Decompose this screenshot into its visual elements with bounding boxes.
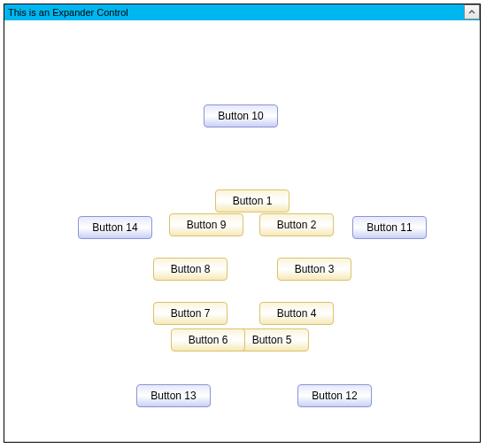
outer-button[interactable]: Button 12 <box>297 384 372 407</box>
inner-button[interactable]: Button 5 <box>235 328 309 351</box>
collapse-icon <box>467 8 476 17</box>
outer-button[interactable]: Button 13 <box>136 384 211 407</box>
outer-button[interactable]: Button 11 <box>352 216 427 239</box>
expander-title: This is an Expander Control <box>8 7 128 18</box>
inner-button[interactable]: Button 4 <box>259 302 334 325</box>
expander-header[interactable]: This is an Expander Control <box>4 4 480 20</box>
inner-button[interactable]: Button 2 <box>259 213 334 236</box>
inner-button[interactable]: Button 1 <box>215 189 289 212</box>
inner-button[interactable]: Button 3 <box>277 258 351 281</box>
outer-button[interactable]: Button 14 <box>78 216 152 239</box>
outer-button[interactable]: Button 10 <box>204 104 278 127</box>
inner-button[interactable]: Button 7 <box>153 302 228 325</box>
inner-button[interactable]: Button 8 <box>153 258 228 281</box>
expander-content: Button 1Button 2Button 3Button 4Button 5… <box>4 20 480 442</box>
expander-control: This is an Expander Control Button 1Butt… <box>4 4 481 443</box>
inner-button[interactable]: Button 6 <box>171 328 245 351</box>
expander-toggle[interactable] <box>464 4 480 19</box>
window: This is an Expander Control Button 1Butt… <box>0 4 486 448</box>
inner-button[interactable]: Button 9 <box>169 213 243 236</box>
